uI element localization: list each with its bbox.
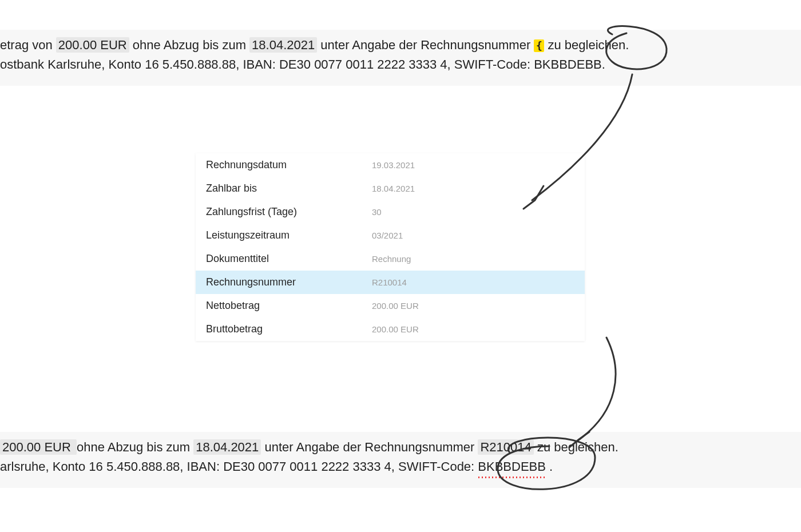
text-fragment: zu begleichen. [537,440,618,454]
field-value: 30 [372,207,574,217]
text-fragment: arlsruhe, Konto 16 5.450.888.88, IBAN: D… [0,459,478,474]
field-value: Rechnung [372,254,574,264]
field-label: Bruttobetrag [206,323,372,335]
field-row[interactable]: Zahlbar bis18.04.2021 [196,177,585,200]
field-row[interactable]: Zahlungsfrist (Tage)30 [196,200,585,224]
field-value: 200.00 EUR [372,301,574,311]
text-fragment: ohne Abzug bis zum [133,38,249,52]
field-row[interactable]: Rechnungsdatum19.03.2021 [196,153,585,177]
preview-after-line1: 200.00 EUR ohne Abzug bis zum 18.04.2021… [0,438,801,457]
field-label: Leistungszeitraum [206,229,372,241]
spellcheck-underline: BKBBDEBB [478,457,546,477]
placeholder-amount: 200.00 EUR [0,439,77,455]
field-row[interactable]: RechnungsnummerR210014 [196,271,585,294]
text-fragment: unter Angabe der Rechnungsnummer [320,38,534,52]
preview-before-line1: etrag von 200.00 EUR ohne Abzug bis zum … [0,35,801,55]
text-fragment: etrag von [0,38,56,52]
field-label: Rechnungsnummer [206,276,372,288]
field-row[interactable]: Bruttobetrag200.00 EUR [196,317,585,341]
placeholder-invoice-number: R210014 [478,439,533,455]
field-picker-panel: Rechnungsdatum19.03.2021Zahlbar bis18.04… [196,153,585,341]
field-label: Zahlungsfrist (Tage) [206,206,372,218]
placeholder-amount: 200.00 EUR [56,37,129,53]
field-row[interactable]: DokumenttitelRechnung [196,247,585,271]
field-value: 200.00 EUR [372,324,574,334]
preview-before-line2: ostbank Karlsruhe, Konto 16 5.450.888.88… [0,55,801,74]
preview-after-line2: arlsruhe, Konto 16 5.450.888.88, IBAN: D… [0,457,801,477]
annotation-arrow-bottom [578,338,616,440]
text-fragment: unter Angabe der Rechnungsnummer [264,440,478,454]
preview-before-block: etrag von 200.00 EUR ohne Abzug bis zum … [0,30,801,86]
field-label: Nettobetrag [206,300,372,312]
field-row[interactable]: Leistungszeitraum03/2021 [196,224,585,247]
field-label: Dokumenttitel [206,253,372,265]
field-row[interactable]: Nettobetrag200.00 EUR [196,294,585,317]
field-label: Rechnungsdatum [206,159,372,171]
field-value: 18.04.2021 [372,184,574,193]
field-value: 03/2021 [372,231,574,240]
placeholder-due-date: 18.04.2021 [193,439,261,455]
placeholder-due-date: 18.04.2021 [249,37,317,53]
template-cursor-icon[interactable]: { [534,39,544,52]
text-fragment: . [549,459,553,474]
field-label: Zahlbar bis [206,182,372,194]
preview-after-block: 200.00 EUR ohne Abzug bis zum 18.04.2021… [0,432,801,488]
text-fragment: zu begleichen. [548,38,629,52]
field-value: 19.03.2021 [372,160,574,170]
text-fragment: ohne Abzug bis zum [77,440,193,454]
field-value: R210014 [372,277,574,287]
